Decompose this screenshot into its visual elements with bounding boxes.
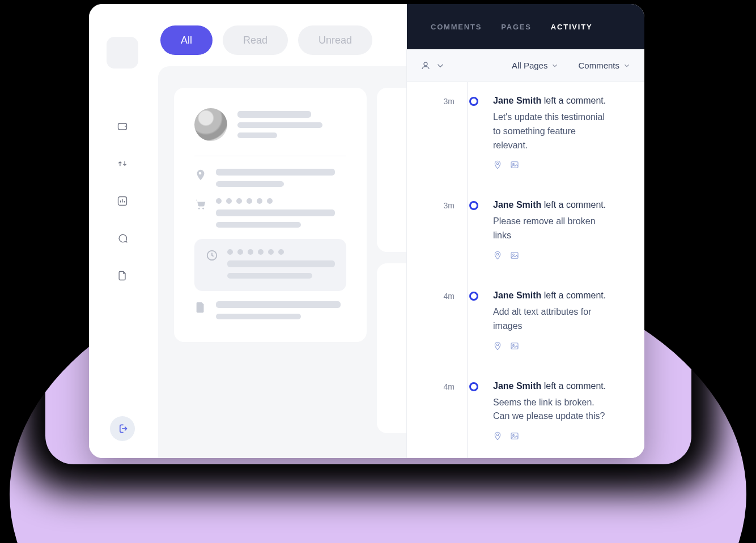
panel-tabs: COMMENTS PAGES ACTIVITY xyxy=(407,4,644,49)
app-window: All Read Unread xyxy=(89,4,644,458)
svg-point-2 xyxy=(198,208,200,209)
tab-comments[interactable]: COMMENTS xyxy=(431,23,482,31)
filter-read[interactable]: Read xyxy=(223,25,288,55)
skeleton-line xyxy=(227,273,312,279)
nav-wallet[interactable] xyxy=(110,114,135,139)
entry-action: left a comment. xyxy=(544,200,606,209)
entry-message: Add alt text attributes for images xyxy=(493,305,612,334)
entry-headline: Jane Smith left a comment. xyxy=(493,381,631,391)
entry-time: 4m xyxy=(427,381,455,441)
nav-rail xyxy=(89,4,156,458)
clock-icon xyxy=(206,249,218,262)
entry-headline: Jane Smith left a comment. xyxy=(493,96,631,106)
image-icon[interactable] xyxy=(510,431,519,441)
svg-point-14 xyxy=(513,344,515,346)
entry-message: Please remove all broken links xyxy=(493,215,612,243)
card-item xyxy=(194,301,346,319)
timeline-line xyxy=(467,82,468,458)
entry-time: 4m xyxy=(427,290,455,350)
pages-filter-label: All Pages xyxy=(512,61,547,70)
entry-author: Jane Smith xyxy=(493,96,541,105)
image-icon[interactable] xyxy=(510,251,519,260)
skeleton-line xyxy=(237,111,311,118)
activity-entry[interactable]: 3m Jane Smith left a comment. Let's upda… xyxy=(407,82,644,186)
entry-time: 3m xyxy=(427,96,455,169)
nav-analytics[interactable] xyxy=(110,189,135,213)
tab-pages[interactable]: PAGES xyxy=(501,23,532,31)
pin-icon[interactable] xyxy=(493,251,502,260)
logout-button[interactable] xyxy=(110,416,135,441)
card-item xyxy=(194,169,346,187)
chat-icon xyxy=(117,233,128,244)
user-filter[interactable] xyxy=(421,61,445,71)
pin-icon[interactable] xyxy=(493,160,502,169)
filter-row: All Read Unread xyxy=(156,4,406,66)
svg-point-15 xyxy=(496,434,498,436)
entry-meta xyxy=(493,160,631,169)
chart-icon xyxy=(117,195,128,207)
svg-rect-7 xyxy=(511,162,518,168)
entry-headline: Jane Smith left a comment. xyxy=(493,200,631,210)
svg-point-5 xyxy=(424,62,427,66)
entry-meta xyxy=(493,431,631,441)
divider xyxy=(194,156,346,156)
pin-icon[interactable] xyxy=(493,431,502,441)
activity-panel: COMMENTS PAGES ACTIVITY All Pages Commen… xyxy=(406,4,644,458)
transfer-icon xyxy=(117,158,128,169)
svg-point-12 xyxy=(496,344,498,345)
panel-toolbar: All Pages Comments xyxy=(407,49,644,82)
svg-rect-10 xyxy=(511,253,518,259)
pin-icon xyxy=(194,169,207,181)
type-filter-label: Comments xyxy=(578,61,619,70)
nav-docs[interactable] xyxy=(110,263,135,288)
wallet-icon xyxy=(117,121,128,132)
chevron-down-icon xyxy=(551,62,559,70)
pages-filter[interactable]: All Pages xyxy=(512,61,559,70)
timeline-marker xyxy=(468,96,479,169)
image-icon[interactable] xyxy=(510,160,519,169)
timeline-marker xyxy=(468,290,479,350)
entry-author: Jane Smith xyxy=(493,200,541,209)
activity-timeline: 3m Jane Smith left a comment. Let's upda… xyxy=(407,82,644,458)
card-peek xyxy=(377,88,406,252)
activity-entry[interactable]: 4m Jane Smith left a comment. Add alt te… xyxy=(407,277,644,367)
entry-action: left a comment. xyxy=(544,96,606,105)
feed-column: All Read Unread xyxy=(156,4,406,458)
type-filter[interactable]: Comments xyxy=(578,61,631,70)
avatar xyxy=(194,108,227,141)
logout-icon xyxy=(117,423,128,434)
nav-chat[interactable] xyxy=(110,226,135,251)
card-peek xyxy=(377,263,406,433)
skeleton-line xyxy=(237,132,277,138)
skeleton-dots xyxy=(216,198,346,204)
filter-unread[interactable]: Unread xyxy=(298,25,372,55)
entry-action: left a comment. xyxy=(544,381,606,391)
feed-card[interactable] xyxy=(174,88,367,342)
skeleton-line xyxy=(216,222,301,228)
pin-icon[interactable] xyxy=(493,341,502,350)
chevron-down-icon xyxy=(435,61,445,71)
filter-all[interactable]: All xyxy=(160,25,213,55)
skeleton-line xyxy=(216,314,301,319)
activity-entry[interactable]: 3m Jane Smith left a comment. Please rem… xyxy=(407,186,644,277)
skeleton-dots xyxy=(227,249,335,255)
card-item xyxy=(194,198,346,228)
skeleton-line xyxy=(237,122,322,128)
tab-activity[interactable]: ACTIVITY xyxy=(551,23,593,31)
skeleton-line xyxy=(216,209,335,216)
document-icon xyxy=(117,270,128,281)
nav-transfer[interactable] xyxy=(110,151,135,176)
svg-point-9 xyxy=(496,253,498,255)
image-icon[interactable] xyxy=(510,341,519,350)
activity-entry[interactable]: 4m Jane Smith left a comment. Seems the … xyxy=(407,367,644,458)
svg-point-3 xyxy=(202,208,204,209)
svg-point-6 xyxy=(496,163,498,165)
entry-action: left a comment. xyxy=(544,290,606,300)
skeleton-line xyxy=(227,260,335,267)
svg-rect-16 xyxy=(511,433,518,439)
feed-scroll-area xyxy=(158,66,406,458)
svg-point-17 xyxy=(513,435,515,437)
svg-point-8 xyxy=(513,164,515,165)
entry-headline: Jane Smith left a comment. xyxy=(493,290,631,301)
entry-meta xyxy=(493,341,631,350)
